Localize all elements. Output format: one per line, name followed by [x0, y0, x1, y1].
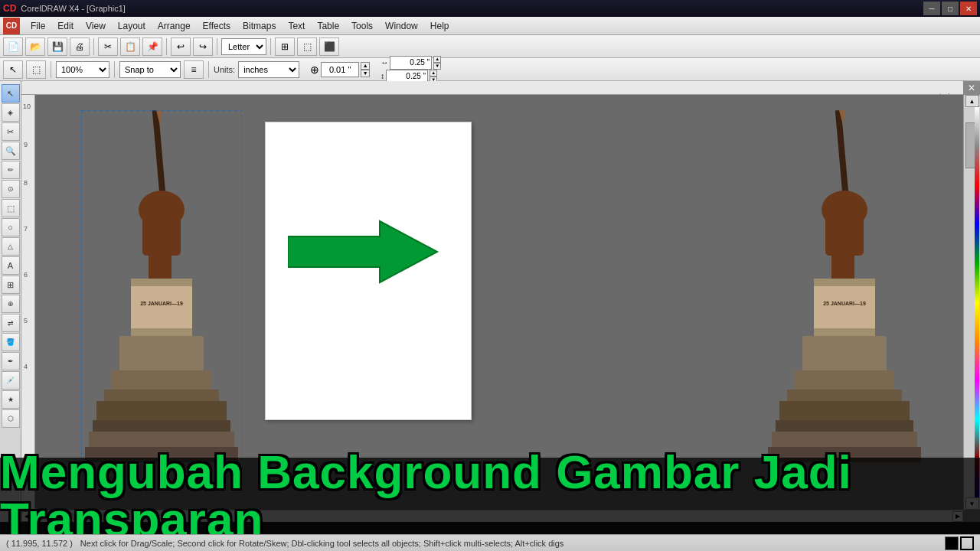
menu-file[interactable]: File — [24, 19, 51, 33]
connector-tool[interactable]: ⇌ — [2, 314, 20, 332]
ruler-left-label: 4 — [24, 363, 28, 370]
snap-to-select[interactable]: Snap to — [119, 61, 181, 78]
menu-table[interactable]: Table — [311, 19, 345, 33]
ruler-mark: 16 — [648, 93, 655, 95]
ruler-left-label: 6 — [24, 271, 28, 279]
paste-button[interactable]: 📌 — [142, 37, 162, 56]
toolbar2: ↖ ⬚ 100% Snap to ≡ Units: inches ⊕ ▲ ▼ ↔… — [0, 58, 980, 81]
freehand-tool[interactable]: ✏ — [2, 161, 20, 179]
ruler-mark: 6 — [127, 93, 131, 95]
eyedropper-tool[interactable]: 💉 — [2, 371, 20, 390]
fill-tool[interactable]: 🪣 — [2, 333, 20, 351]
ruler-unit: inches — [939, 93, 959, 95]
smart-fill-tool[interactable]: ⊙ — [2, 180, 20, 198]
zoom-select[interactable]: 100% — [56, 61, 109, 78]
statue-left-image[interactable]: 25 JANUARI—19 — [81, 110, 242, 462]
menu-help[interactable]: Help — [424, 19, 456, 33]
table-tool[interactable]: ⊞ — [2, 276, 20, 294]
outline-tool[interactable]: ✒ — [2, 352, 20, 370]
mh-up-btn[interactable]: ▲ — [433, 56, 441, 63]
separator6 — [114, 61, 115, 78]
ruler-left-label: 8 — [24, 179, 28, 187]
print-button[interactable]: 🖨 — [70, 37, 90, 56]
outline-color-box[interactable] — [960, 536, 974, 550]
fill-color-box[interactable] — [945, 536, 959, 550]
nudge-input[interactable] — [321, 62, 359, 77]
close-button[interactable]: ✕ — [960, 2, 977, 15]
nudge-up-btn[interactable]: ▲ — [361, 62, 370, 70]
interactive-tool[interactable]: ★ — [2, 390, 20, 409]
nudge-down-btn[interactable]: ▼ — [361, 70, 370, 77]
units-label: Units: — [214, 65, 235, 74]
ungroup-button[interactable]: ⬛ — [319, 37, 339, 56]
menu-effects[interactable]: Effects — [197, 19, 237, 33]
svg-rect-18 — [835, 110, 849, 202]
pointer-tool-btn[interactable]: ↖ — [3, 60, 23, 79]
open-button[interactable]: 📂 — [25, 37, 45, 56]
save-button[interactable]: 💾 — [47, 37, 67, 56]
text-tool[interactable]: A — [2, 256, 20, 275]
copy-button[interactable]: 📋 — [120, 37, 140, 56]
menu-tools[interactable]: Tools — [345, 19, 379, 33]
ruler-mark: 6 — [410, 93, 414, 95]
snap-settings-btn[interactable]: ≡ — [184, 60, 204, 79]
polygon-tool[interactable]: △ — [2, 237, 20, 256]
scrollbar-vertical[interactable]: ▲ ▼ — [963, 95, 980, 510]
mv-up-btn[interactable]: ▲ — [430, 70, 437, 77]
undo-button[interactable]: ↩ — [171, 37, 191, 56]
svg-rect-4 — [149, 252, 172, 282]
dimension-tool[interactable]: ⊕ — [2, 295, 20, 313]
titlebar: CD CorelDRAW X4 - [Graphic1] ─ □ ✕ — [0, 0, 980, 17]
mh-down-btn[interactable]: ▼ — [433, 63, 441, 70]
app-icon: CD — [3, 18, 20, 34]
select-tool[interactable]: ↖ — [2, 84, 20, 103]
zoom-tool[interactable]: 🔍 — [2, 142, 20, 160]
vscroll-up-btn[interactable]: ▲ — [965, 95, 979, 107]
menu-text[interactable]: Text — [282, 19, 311, 33]
canvas-close-btn[interactable]: ✕ — [963, 81, 980, 95]
menu-window[interactable]: Window — [379, 19, 424, 33]
crop-tool[interactable]: ✂ — [2, 122, 20, 141]
blend-tool[interactable]: ⬡ — [2, 409, 20, 428]
ruler-mark: 8 — [460, 93, 464, 95]
svg-rect-27 — [802, 336, 887, 374]
ruler-mark: 10 — [506, 93, 514, 95]
cut-button[interactable]: ✂ — [98, 37, 118, 56]
maximize-button[interactable]: □ — [942, 2, 959, 15]
ruler-mark: 14 — [602, 93, 609, 95]
group-button[interactable]: ⬚ — [297, 37, 317, 56]
arrow-container — [288, 217, 441, 286]
minimize-button[interactable]: ─ — [923, 2, 940, 15]
view-toggle[interactable]: ⬚ — [26, 60, 46, 79]
green-arrow-svg — [288, 217, 441, 286]
menu-view[interactable]: View — [80, 19, 112, 33]
svg-rect-24 — [814, 279, 875, 286]
statue-right-image[interactable]: 25 JANUARI—19 — [764, 110, 925, 462]
menu-edit[interactable]: Edit — [51, 19, 80, 33]
align-button[interactable]: ⊞ — [275, 37, 295, 56]
svg-rect-22 — [831, 252, 854, 282]
shape-tool[interactable]: ◈ — [2, 103, 20, 122]
ruler-mark: 4 — [177, 93, 181, 95]
new-button[interactable]: 📄 — [3, 37, 23, 56]
units-select[interactable]: inches — [238, 61, 299, 78]
logo-text: CD — [6, 21, 17, 30]
margin-h-input[interactable] — [390, 56, 432, 70]
nudge-area: ⊕ ▲ ▼ — [310, 62, 370, 77]
redo-button[interactable]: ↪ — [193, 37, 213, 56]
ellipse-tool[interactable]: ○ — [2, 218, 20, 236]
menu-arrange[interactable]: Arrange — [152, 19, 197, 33]
vscroll-track[interactable] — [965, 107, 979, 497]
paper-size-select[interactable]: Letter — [221, 38, 266, 55]
ruler-mark: 2 — [223, 93, 227, 95]
menu-layout[interactable]: Layout — [112, 19, 152, 33]
titlebar-left: CD CorelDRAW X4 - [Graphic1] — [3, 3, 126, 14]
ruler-top: 10 8 6 4 2 0 2 4 6 8 10 12 14 16 18 inch… — [21, 81, 963, 95]
menubar: CD File Edit View Layout Arrange Effects… — [0, 17, 980, 35]
margin-h-row: ↔ ▲ ▼ — [381, 56, 441, 70]
ruler-mark: 4 — [364, 93, 368, 95]
margin-area: ↔ ▲ ▼ ↕ ▲ ▼ — [381, 56, 441, 83]
menu-bitmaps[interactable]: Bitmaps — [237, 19, 282, 33]
rect-tool[interactable]: ⬚ — [2, 199, 20, 217]
separator2 — [166, 38, 167, 55]
